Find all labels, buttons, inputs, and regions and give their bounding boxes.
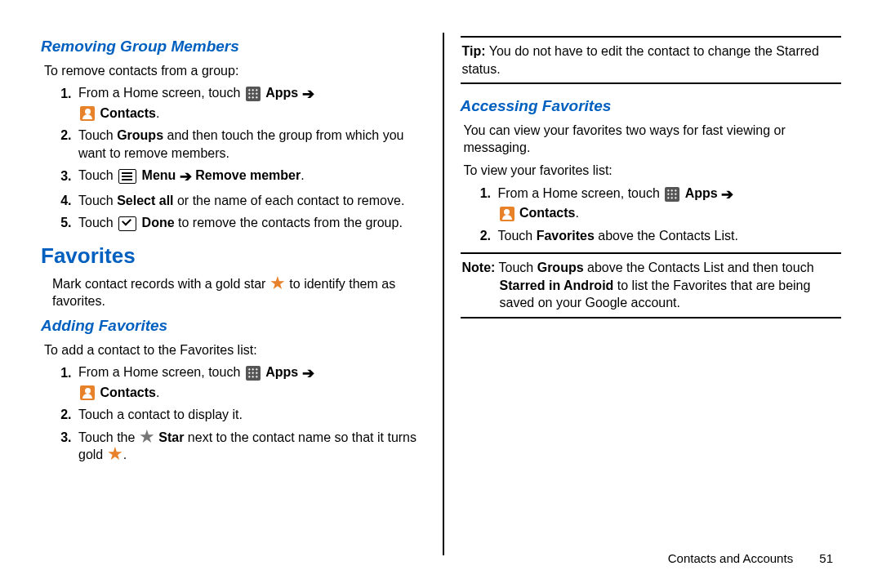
tip-label: Tip: xyxy=(462,44,486,58)
menu-label: Menu xyxy=(142,169,176,183)
accessing-intro-2: To view your favorites list: xyxy=(464,162,842,180)
text: From a Home screen, touch xyxy=(498,186,664,200)
favorites-label: Favorites xyxy=(537,229,595,243)
favorites-intro: Mark contact records with a gold star ★ … xyxy=(52,275,422,310)
contacts-icon xyxy=(80,106,95,121)
gold-star-icon: ★ xyxy=(270,276,286,291)
text: to remove the contacts from the group. xyxy=(175,216,403,229)
accessing-intro-1: You can view your favorites two ways for… xyxy=(464,122,842,157)
arrow-icon: ➔ xyxy=(180,168,192,185)
adding-step-2: Touch a contact to display it. xyxy=(75,406,422,424)
removing-intro: To remove contacts from a group: xyxy=(44,62,422,80)
text: Touch xyxy=(78,169,117,183)
select-all-label: Select all xyxy=(117,194,173,207)
groups-label: Groups xyxy=(117,128,163,142)
text: above the Contacts List. xyxy=(595,229,738,243)
footer-section: Contacts and Accounts xyxy=(668,551,793,565)
apps-grid-icon xyxy=(665,187,679,202)
done-check-icon xyxy=(118,216,136,231)
adding-step-3: Touch the ★ Star next to the contact nam… xyxy=(75,429,422,464)
removing-step-2: Touch Groups and then touch the group fr… xyxy=(75,127,422,162)
menu-icon xyxy=(118,169,136,184)
apps-label: Apps xyxy=(685,186,718,200)
period: . xyxy=(123,448,127,461)
grey-star-icon: ★ xyxy=(139,430,155,444)
left-column: Removing Group Members To remove contact… xyxy=(41,33,422,555)
star-label: Star xyxy=(158,430,184,444)
text: Touch the xyxy=(78,430,139,444)
text: above the Contacts List and then touch xyxy=(584,261,814,274)
footer-page-number: 51 xyxy=(819,551,833,565)
removing-step-5: Touch Done to remove the contacts from t… xyxy=(75,214,422,232)
note-label: Note: xyxy=(462,261,496,274)
removing-step-3: Touch Menu ➔ Remove member. xyxy=(75,167,422,186)
text: Touch xyxy=(495,261,537,274)
done-label: Done xyxy=(142,216,175,229)
text: or the name of each contact to remove. xyxy=(174,194,405,207)
remove-member-label: Remove member xyxy=(195,169,301,183)
contacts-icon xyxy=(500,207,514,221)
manual-page: Removing Group Members To remove contact… xyxy=(0,0,882,572)
apps-grid-icon xyxy=(246,366,261,381)
contacts-icon xyxy=(80,385,95,400)
period: . xyxy=(156,106,159,120)
note-line-2: Starred in Android to list the Favorites… xyxy=(500,277,840,312)
removing-step-1: From a Home screen, touch Apps ➔ Contact… xyxy=(75,84,422,122)
removing-step-4: Touch Select all or the name of each con… xyxy=(75,192,422,210)
period: . xyxy=(575,206,578,220)
accessing-steps-list: From a Home screen, touch Apps ➔ Contact… xyxy=(472,185,842,244)
text: From a Home screen, touch xyxy=(78,87,244,100)
contacts-label: Contacts xyxy=(519,206,575,220)
text: Touch xyxy=(498,229,537,243)
tip-box: Tip: You do not have to edit the contact… xyxy=(461,36,842,84)
apps-label: Apps xyxy=(265,366,298,380)
arrow-icon: ➔ xyxy=(302,86,314,102)
period: . xyxy=(301,169,304,183)
text: Touch xyxy=(78,216,117,229)
heading-removing-group-members: Removing Group Members xyxy=(41,36,422,57)
right-column: Tip: You do not have to edit the contact… xyxy=(443,33,842,555)
page-footer: Contacts and Accounts 51 xyxy=(668,551,833,565)
arrow-icon: ➔ xyxy=(302,365,314,381)
heading-accessing-favorites: Accessing Favorites xyxy=(461,96,842,117)
apps-label: Apps xyxy=(265,87,298,100)
accessing-step-2: Touch Favorites above the Contacts List. xyxy=(495,227,842,245)
starred-android-label: Starred in Android xyxy=(500,278,614,292)
apps-grid-icon xyxy=(246,87,261,101)
accessing-step-1: From a Home screen, touch Apps ➔ Contact… xyxy=(495,185,842,222)
adding-step-1: From a Home screen, touch Apps ➔ Contact… xyxy=(75,363,422,401)
adding-steps-list: From a Home screen, touch Apps ➔ Contact… xyxy=(52,363,422,464)
groups-label: Groups xyxy=(537,261,584,274)
text: From a Home screen, touch xyxy=(78,366,244,380)
heading-favorites: Favorites xyxy=(41,242,422,270)
contacts-label: Contacts xyxy=(100,106,155,120)
adding-intro: To add a contact to the Favorites list: xyxy=(44,341,422,359)
gold-star-icon: ★ xyxy=(107,447,123,461)
period: . xyxy=(156,385,159,399)
contacts-label: Contacts xyxy=(100,385,155,399)
text: Mark contact records with a gold star xyxy=(52,277,270,291)
text: Touch xyxy=(78,194,117,207)
heading-adding-favorites: Adding Favorites xyxy=(41,315,422,336)
tip-text: You do not have to edit the contact to c… xyxy=(462,44,819,76)
text: Touch xyxy=(78,128,117,142)
note-box: Note: Touch Groups above the Contacts Li… xyxy=(461,252,842,318)
arrow-icon: ➔ xyxy=(721,186,733,203)
removing-steps-list: From a Home screen, touch Apps ➔ Contact… xyxy=(52,84,422,232)
